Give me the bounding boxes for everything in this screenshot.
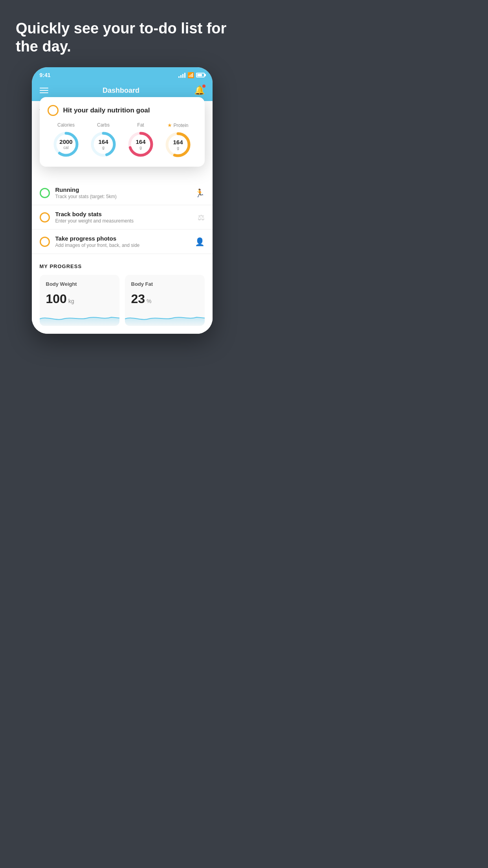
content-area: THINGS TO DO TODAY Hit your daily nutrit… <box>32 101 213 334</box>
list-status-circle <box>40 188 50 198</box>
list-status-circle <box>40 212 50 223</box>
battery-icon <box>196 73 205 77</box>
donut-chart: 164 g <box>89 130 117 158</box>
list-item-subtitle: Add images of your front, back, and side <box>55 243 189 248</box>
donut-unit: g <box>98 145 108 150</box>
donut-value: 164 <box>98 139 108 145</box>
donut-text: 164 g <box>173 139 183 150</box>
list-item-title: Track body stats <box>55 211 192 217</box>
list-item-subtitle: Enter your weight and measurements <box>55 218 192 224</box>
list-item-title: Running <box>55 186 189 193</box>
card-title: Hit your daily nutrition goal <box>63 107 150 114</box>
hamburger-menu[interactable] <box>40 88 48 93</box>
notification-bell-button[interactable]: 🔔 <box>194 85 205 96</box>
nutrition-label: ★Protein <box>167 122 188 128</box>
hero-title: Quickly see your to-do list for the day. <box>16 20 228 55</box>
hero-section: Quickly see your to-do list for the day. <box>0 0 244 67</box>
status-icons: 📶 <box>178 72 205 78</box>
progress-number: 100 <box>46 292 67 306</box>
nutrition-item: Calories 2000 cal <box>52 122 80 158</box>
nutrition-card: Hit your daily nutrition goal Calories 2… <box>40 97 205 167</box>
progress-title: MY PROGRESS <box>40 263 205 269</box>
list-item[interactable]: Take progress photos Add images of your … <box>32 230 213 254</box>
nutrition-item: Fat 164 g <box>127 122 155 158</box>
list-text: Running Track your stats (target: 5km) <box>55 186 189 199</box>
list-item-icon: 🏃 <box>195 188 205 198</box>
status-time: 9:41 <box>40 72 51 78</box>
nutrition-label: Fat <box>137 122 144 128</box>
progress-unit: % <box>147 298 151 304</box>
progress-card-value: 100 kg <box>46 292 113 306</box>
list-item-icon: 👤 <box>195 237 205 246</box>
wave-chart <box>125 310 205 326</box>
wave-chart <box>40 310 119 326</box>
list-text: Track body stats Enter your weight and m… <box>55 211 192 224</box>
nav-title: Dashboard <box>103 86 139 95</box>
donut-value: 164 <box>136 139 145 145</box>
status-bar: 9:41 📶 <box>32 67 213 81</box>
donut-chart: 164 g <box>127 130 155 158</box>
nutrition-item: ★Protein 164 g <box>164 122 192 159</box>
donut-text: 164 g <box>136 139 145 150</box>
progress-card-title: Body Fat <box>131 281 198 287</box>
donut-chart: 2000 cal <box>52 130 80 158</box>
list-item-title: Take progress photos <box>55 235 189 242</box>
progress-card[interactable]: Body Weight 100 kg <box>40 275 119 326</box>
notification-dot <box>202 85 205 88</box>
card-status-circle <box>48 105 59 116</box>
progress-card-value: 23 % <box>131 292 198 306</box>
donut-unit: cal <box>59 145 72 150</box>
donut-value: 2000 <box>59 139 72 145</box>
donut-value: 164 <box>173 139 183 146</box>
donut-unit: g <box>173 146 183 150</box>
list-item[interactable]: Track body stats Enter your weight and m… <box>32 205 213 230</box>
progress-section: MY PROGRESS Body Weight 100 kg Body Fat <box>32 254 213 334</box>
star-icon: ★ <box>167 122 172 128</box>
donut-unit: g <box>136 145 145 150</box>
list-item[interactable]: Running Track your stats (target: 5km) 🏃 <box>32 181 213 205</box>
list-text: Take progress photos Add images of your … <box>55 235 189 248</box>
progress-number: 23 <box>131 292 145 306</box>
list-item-subtitle: Track your stats (target: 5km) <box>55 194 189 199</box>
signal-icon <box>178 72 185 78</box>
nutrition-row: Calories 2000 cal Carbs 164 g Fat 164 g … <box>48 122 197 159</box>
phone-wrapper: 9:41 📶 Dashboard 🔔 T <box>0 67 244 342</box>
card-header: Hit your daily nutrition goal <box>48 105 197 116</box>
wifi-icon: 📶 <box>187 72 194 78</box>
donut-chart: 164 g <box>164 131 192 159</box>
nutrition-label: Calories <box>57 122 75 128</box>
list-status-circle <box>40 237 50 247</box>
progress-unit: kg <box>68 298 74 304</box>
phone-mockup: 9:41 📶 Dashboard 🔔 T <box>32 67 213 334</box>
nutrition-label: Carbs <box>97 122 110 128</box>
list-item-icon: ⚖ <box>198 213 205 222</box>
donut-text: 2000 cal <box>59 139 72 150</box>
nutrition-item: Carbs 164 g <box>89 122 117 158</box>
progress-card-title: Body Weight <box>46 281 113 287</box>
progress-cards: Body Weight 100 kg Body Fat 23 % <box>40 275 205 334</box>
donut-text: 164 g <box>98 139 108 150</box>
progress-card[interactable]: Body Fat 23 % <box>125 275 205 326</box>
